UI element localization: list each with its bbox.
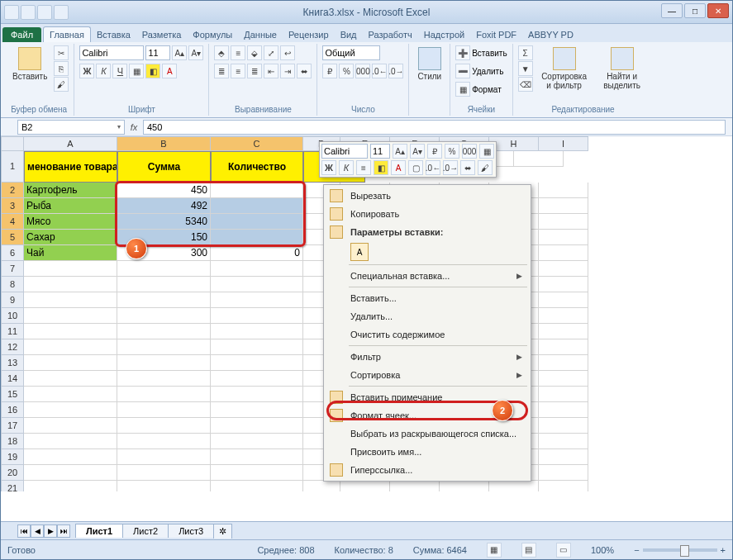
font-name-select[interactable] (79, 45, 144, 60)
cell[interactable] (117, 308, 211, 324)
cell[interactable] (24, 465, 117, 481)
zoom-out-icon[interactable]: − (634, 545, 639, 555)
zoom-control[interactable]: − + (634, 545, 726, 555)
cell[interactable] (539, 402, 588, 418)
cell[interactable] (539, 434, 588, 449)
cell[interactable] (117, 418, 211, 434)
fill-icon[interactable]: ▼ (518, 61, 533, 76)
cell-a2[interactable]: Картофель (24, 183, 117, 198)
header-cell-c[interactable]: Количество (211, 151, 303, 183)
file-tab[interactable]: Файл (2, 27, 41, 42)
sheet-tab-new[interactable]: ✲ (213, 524, 232, 539)
tab-abbyy[interactable]: ABBYY PD (522, 27, 579, 42)
menu-paste-special[interactable]: Специальная вставка...▶ (326, 267, 529, 285)
mini-comma-icon[interactable]: 000 (462, 144, 477, 159)
cell-a6[interactable]: Чай (24, 245, 117, 261)
cell[interactable] (117, 355, 211, 371)
autosum-icon[interactable]: Σ (518, 45, 533, 60)
row-header-8[interactable]: 8 (1, 277, 24, 292)
tab-data[interactable]: Данные (238, 27, 283, 42)
cell-a4[interactable]: Мясо (24, 214, 117, 230)
menu-hyperlink[interactable]: Гиперссылка... (326, 461, 529, 479)
menu-clear-contents[interactable]: Очистить содержимое (326, 325, 529, 344)
row-header-4[interactable]: 4 (1, 214, 24, 230)
cell[interactable] (539, 339, 588, 355)
align-left-icon[interactable]: ≣ (214, 64, 229, 78)
cell[interactable] (440, 481, 489, 491)
cell[interactable] (539, 449, 588, 465)
cell[interactable] (117, 277, 211, 292)
cell[interactable] (539, 230, 588, 245)
cell[interactable] (117, 434, 211, 449)
insert-cells-label[interactable]: Вставить (472, 49, 507, 58)
shrink-font-icon[interactable]: A▾ (188, 45, 203, 60)
tab-view[interactable]: Вид (335, 27, 363, 42)
spreadsheet-grid[interactable]: ABCDEFGHI 123456789101112131415161718192… (1, 136, 732, 491)
cell[interactable] (539, 277, 588, 292)
col-header-B[interactable]: B (117, 136, 211, 151)
paste-button[interactable]: Вставить (9, 45, 50, 83)
orientation-icon[interactable]: ⤢ (264, 45, 278, 60)
cell[interactable] (211, 449, 303, 465)
cell[interactable] (211, 292, 303, 308)
mini-bold[interactable]: Ж (321, 160, 336, 175)
cell[interactable] (539, 261, 588, 277)
mini-font-size[interactable] (370, 144, 390, 159)
delete-cells-label[interactable]: Удалить (472, 67, 503, 76)
format-painter-icon[interactable]: 🖌 (54, 77, 69, 92)
dec-decimal-icon[interactable]: .0→ (388, 64, 403, 78)
row-header-10[interactable]: 10 (1, 308, 24, 324)
undo-icon[interactable] (37, 5, 52, 20)
cell[interactable] (211, 465, 303, 481)
percent-icon[interactable]: % (339, 64, 354, 78)
cell-b2[interactable]: 450 (117, 183, 211, 198)
cell[interactable] (539, 324, 588, 339)
cell[interactable] (117, 449, 211, 465)
cell[interactable] (539, 481, 588, 491)
col-header-H[interactable]: H (489, 136, 539, 151)
sheet-nav-prev-icon[interactable]: ◀ (31, 524, 44, 538)
mini-align[interactable]: ≡ (356, 160, 371, 175)
mini-font-color[interactable]: A (391, 160, 406, 175)
cell[interactable] (24, 277, 117, 292)
cell[interactable] (211, 371, 303, 387)
tab-layout[interactable]: Разметка (136, 27, 188, 42)
cell[interactable] (539, 245, 588, 261)
view-normal-icon[interactable]: ▦ (487, 543, 502, 558)
cell[interactable] (117, 465, 211, 481)
align-top-icon[interactable]: ⬘ (214, 45, 229, 60)
cell[interactable] (117, 324, 211, 339)
row-header-6[interactable]: 6 (1, 245, 24, 261)
cell[interactable] (24, 402, 117, 418)
cell[interactable] (539, 355, 588, 371)
cell[interactable] (539, 214, 588, 230)
align-bottom-icon[interactable]: ⬙ (247, 45, 262, 60)
cell[interactable] (539, 183, 588, 198)
menu-delete[interactable]: Удалить... (326, 307, 529, 325)
cell[interactable] (117, 402, 211, 418)
number-format-select[interactable] (322, 45, 380, 60)
sheet-nav-last-icon[interactable]: ⏭ (57, 524, 70, 538)
zoom-in-icon[interactable]: + (721, 545, 726, 555)
cell[interactable] (117, 261, 211, 277)
paste-option-button[interactable]: A (350, 243, 369, 261)
header-cell-a[interactable]: менование товара (24, 151, 117, 183)
font-color-button[interactable]: A (162, 64, 177, 78)
cell[interactable] (24, 308, 117, 324)
cell[interactable] (340, 481, 390, 491)
tab-developer[interactable]: Разработч (363, 27, 418, 42)
mini-inc-decimal[interactable]: .0→ (443, 160, 458, 175)
align-center-icon[interactable]: ≡ (231, 64, 245, 78)
cell[interactable] (211, 277, 303, 292)
cell[interactable] (24, 481, 117, 491)
cell-a5[interactable]: Сахар (24, 230, 117, 245)
cell[interactable] (211, 261, 303, 277)
tab-formulas[interactable]: Формулы (187, 27, 238, 42)
indent-dec-icon[interactable]: ⇤ (264, 64, 278, 78)
cell[interactable] (24, 339, 117, 355)
row-header-19[interactable]: 19 (1, 449, 24, 465)
mini-grow-font-icon[interactable]: A▴ (393, 144, 407, 159)
cell[interactable] (117, 371, 211, 387)
mini-borders[interactable]: ▢ (408, 160, 423, 175)
mini-italic[interactable]: К (339, 160, 354, 175)
